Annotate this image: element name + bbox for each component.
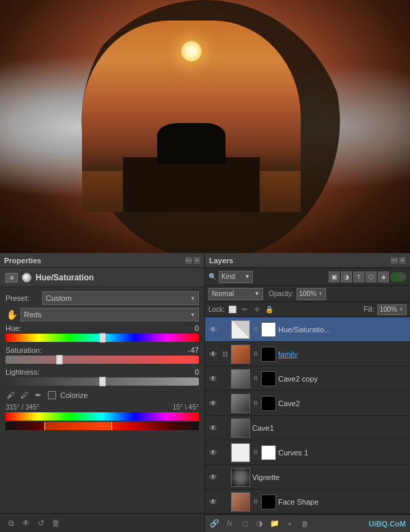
link-layers-icon[interactable]: 🔗 bbox=[209, 518, 220, 529]
family-silhouette bbox=[157, 123, 226, 164]
lightness-slider-track[interactable] bbox=[5, 377, 199, 386]
saturation-label-row: Saturation: -47 bbox=[5, 346, 199, 354]
color-range-row: 315° / 345° 15° \ 45° bbox=[5, 403, 199, 411]
filter-shape-icon[interactable]: ⬡ bbox=[366, 271, 377, 282]
layers-list: 👁⛓Hue/Saturatio...👁⛓⛓family👁⛓Cave2 copy👁… bbox=[205, 317, 410, 514]
lock-paint-icon[interactable]: ✏ bbox=[240, 305, 249, 315]
lock-move-icon[interactable]: ✛ bbox=[252, 305, 262, 315]
layer-eye-icon[interactable]: 👁 bbox=[208, 398, 219, 409]
hue-slider-thumb[interactable] bbox=[99, 333, 106, 343]
fill-input[interactable]: 100% ▼ bbox=[377, 304, 407, 315]
trash-icon[interactable]: 🗑 bbox=[51, 518, 62, 529]
colorize-label: Colorize bbox=[60, 391, 87, 399]
layer-filter-icons: ▣ ◑ T ⬡ ◈ bbox=[329, 271, 407, 282]
layers-panel-controls: << ≡ bbox=[391, 257, 406, 264]
hue-slider-track[interactable] bbox=[5, 334, 199, 342]
layer-chain-icon bbox=[221, 449, 229, 457]
colorize-row: 🖋 🖊 ✒ Colorize bbox=[5, 390, 199, 401]
layer-item[interactable]: 👁⛓Cave2 copy bbox=[205, 367, 410, 391]
blend-mode-dropdown[interactable]: Normal ▼ bbox=[208, 288, 263, 300]
watermark: UiBQ.CoM bbox=[369, 520, 406, 528]
layer-item[interactable]: 👁⛓Face Shape bbox=[205, 490, 410, 514]
layer-name: Vignette bbox=[252, 473, 407, 481]
kind-dropdown-arrow: ▼ bbox=[245, 274, 250, 280]
saturation-slider-track[interactable] bbox=[5, 356, 199, 364]
hue-label-row: Hue: 0 bbox=[5, 324, 199, 332]
opacity-input[interactable]: 100% ▼ bbox=[297, 288, 327, 300]
layer-item[interactable]: 👁⛓Curves 1 bbox=[205, 440, 410, 465]
properties-footer: ⧉ 👁 ↺ 🗑 bbox=[0, 513, 204, 532]
layer-eye-icon[interactable]: 👁 bbox=[208, 324, 219, 335]
layer-mask-link-icon: ⛓ bbox=[252, 376, 258, 382]
eyedropper-icon[interactable]: 🖋 bbox=[5, 390, 16, 401]
saturation-section: Saturation: -47 bbox=[5, 346, 199, 364]
kind-dropdown[interactable]: Kind ▼ bbox=[219, 271, 253, 283]
group-icon[interactable]: 📁 bbox=[269, 518, 280, 529]
hue-label: Hue: bbox=[5, 324, 21, 332]
lock-transparent-icon[interactable]: ⬜ bbox=[228, 305, 237, 315]
reset-icon[interactable]: ↺ bbox=[36, 518, 46, 529]
layer-item[interactable]: 👁⛓⛓family bbox=[205, 342, 410, 367]
preset-dropdown-arrow: ▼ bbox=[190, 295, 195, 302]
eye-icon[interactable]: 👁 bbox=[20, 518, 31, 529]
mask-icon[interactable]: ◻ bbox=[239, 518, 250, 529]
colorize-checkbox[interactable] bbox=[48, 391, 56, 399]
layer-eye-icon[interactable]: 👁 bbox=[208, 373, 219, 384]
filter-adjust-icon[interactable]: ◑ bbox=[341, 271, 352, 282]
color-range-section: 315° / 345° 15° \ 45° bbox=[5, 403, 199, 430]
properties-panel: Properties << × ▣ Hue/Saturation Preset:… bbox=[0, 253, 205, 532]
fx-icon[interactable]: fx bbox=[224, 518, 235, 529]
fill-value-text: 100% bbox=[380, 306, 398, 313]
blend-row: Normal ▼ Opacity: 100% ▼ bbox=[205, 286, 410, 302]
color-spectrum-indicator bbox=[44, 422, 112, 430]
layer-eye-icon[interactable]: 👁 bbox=[208, 423, 219, 434]
layers-menu-button[interactable]: ≡ bbox=[399, 257, 406, 264]
layer-item[interactable]: 👁Cave1 bbox=[205, 416, 410, 440]
channel-dropdown[interactable]: Reds ▼ bbox=[20, 308, 199, 321]
channel-value: Reds bbox=[24, 310, 42, 319]
adjustment-icon bbox=[22, 273, 31, 282]
layer-item[interactable]: 👁⛓Cave2 bbox=[205, 391, 410, 416]
lightness-label-row: Lightness: 0 bbox=[5, 368, 199, 376]
layers-collapse-button[interactable]: << bbox=[391, 257, 398, 264]
layer-item[interactable]: 👁Vignette bbox=[205, 465, 410, 490]
filter-type-icon[interactable]: T bbox=[353, 271, 364, 282]
properties-collapse-button[interactable]: << bbox=[185, 257, 192, 264]
layer-chain-icon bbox=[221, 375, 229, 383]
saturation-value: -47 bbox=[178, 346, 199, 354]
kind-value: Kind bbox=[221, 273, 235, 280]
properties-content: Preset: Custom ▼ ✋ Reds ▼ Hue: 0 bbox=[0, 287, 204, 513]
opacity-label: Opacity: bbox=[269, 290, 294, 297]
preset-dropdown[interactable]: Custom ▼ bbox=[42, 291, 199, 305]
layer-item[interactable]: 👁⛓Hue/Saturatio... bbox=[205, 317, 410, 342]
layers-search-row: 🔍 Kind ▼ ▣ ◑ T ⬡ ◈ bbox=[205, 268, 410, 286]
saturation-slider-thumb[interactable] bbox=[56, 355, 63, 364]
lock-all-icon[interactable]: 🔒 bbox=[264, 305, 274, 315]
filter-toggle[interactable] bbox=[390, 272, 407, 282]
layer-eye-icon[interactable]: 👁 bbox=[208, 349, 219, 360]
delete-layer-icon[interactable]: 🗑 bbox=[299, 518, 310, 529]
adjustment-layer-icon[interactable]: ◑ bbox=[254, 518, 265, 529]
layer-thumbnail bbox=[231, 345, 250, 364]
layer-chain-icon: ⛓ bbox=[221, 350, 229, 358]
properties-close-button[interactable]: × bbox=[193, 257, 200, 264]
layer-eye-icon[interactable]: 👁 bbox=[208, 447, 219, 458]
layers-panel: Layers << ≡ 🔍 Kind ▼ ▣ ◑ T ⬡ ◈ bbox=[205, 253, 410, 532]
layer-eye-icon[interactable]: 👁 bbox=[208, 472, 219, 483]
layer-thumbnail bbox=[231, 492, 250, 511]
layer-mask-link-icon: ⛓ bbox=[252, 450, 258, 455]
properties-panel-controls: << × bbox=[185, 257, 200, 264]
filter-pixel-icon[interactable]: ▣ bbox=[329, 271, 340, 282]
lightness-slider-thumb[interactable] bbox=[99, 377, 106, 386]
preset-value: Custom bbox=[46, 294, 72, 302]
layer-eye-icon[interactable]: 👁 bbox=[208, 496, 219, 507]
new-layer-icon[interactable]: + bbox=[284, 518, 295, 529]
clip-icon[interactable]: ⧉ bbox=[5, 518, 16, 529]
layer-mask-thumbnail bbox=[261, 322, 276, 337]
layer-name: Face Shape bbox=[278, 498, 407, 506]
filter-smart-icon[interactable]: ◈ bbox=[378, 271, 389, 282]
eyedropper-minus-icon[interactable]: ✒ bbox=[33, 390, 44, 401]
blend-dropdown-arrow: ▼ bbox=[254, 291, 260, 297]
blend-mode-value: Normal bbox=[212, 290, 234, 297]
eyedropper-plus-icon[interactable]: 🖊 bbox=[19, 390, 30, 401]
